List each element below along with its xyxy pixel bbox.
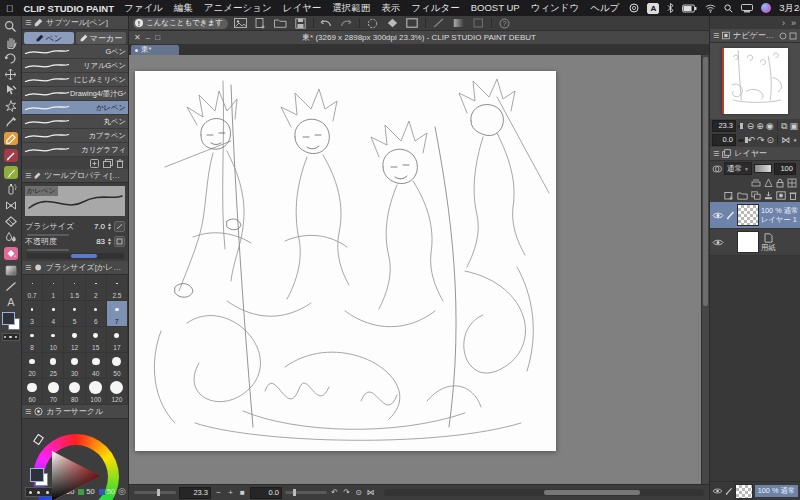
brush-size-cell[interactable]: 6 [86,301,107,327]
rotate-right-icon[interactable]: ↷ [757,135,765,145]
brush-size-cell[interactable]: 70 [43,379,64,405]
snap-icon[interactable] [471,17,486,29]
navigator-thumbnail[interactable] [722,48,788,114]
property-value[interactable]: 83 [96,237,105,246]
zoom-in-button[interactable]: + [226,488,235,497]
menu-app-name[interactable]: CLIP STUDIO PAINT [24,3,114,14]
tool-property-scrollbar[interactable] [26,253,124,259]
new-layer-icon[interactable] [724,191,734,200]
zoom-out-button[interactable]: − [214,488,223,497]
reference-image-icon[interactable] [233,17,248,29]
add-subtool-icon[interactable] [90,159,100,168]
brush-size-cell[interactable]: 10 [43,327,64,353]
hand-tool[interactable] [1,34,21,50]
layer-visibility-icon[interactable] [712,487,723,495]
blend-mode-select[interactable]: 通常▼ [724,162,752,175]
layer-mask-icon[interactable] [776,191,786,200]
panel-menu-icon[interactable]: ☰ [713,150,719,158]
navigator-option-icon[interactable] [789,32,797,40]
collapse-dock-icon[interactable]: › [782,18,785,28]
zoom-fit-icon[interactable]: ◉ [766,121,774,131]
subtool-tab-pen[interactable]: ペン [24,32,74,44]
subtool-brush-row[interactable]: リアルGペン [22,59,128,73]
gradient-tool[interactable] [1,262,21,278]
brush-size-cell[interactable]: 40 [86,353,107,379]
bluetooth-icon[interactable] [667,3,674,13]
layer-panel-header[interactable]: ☰ レイヤー [710,147,800,161]
brush-size-cell[interactable]: 25 [43,353,64,379]
pen-tool[interactable] [1,130,21,147]
color-set-toggle-icon[interactable]: ◎ [118,486,126,496]
new-file-icon[interactable] [253,17,268,29]
airbrush-tool[interactable] [1,181,21,197]
figure-tool[interactable] [1,278,21,294]
brush-size-cell[interactable]: 100 [86,379,107,405]
menu-item[interactable]: レイヤー [283,2,322,15]
rotation-slider[interactable] [285,491,327,494]
layer-opacity-value[interactable]: 100 [774,163,796,175]
siri-icon[interactable] [761,3,771,13]
gradient-command-icon[interactable] [451,17,466,29]
menu-item[interactable]: ヘルプ [590,2,619,15]
layer-name[interactable]: レイヤー 1 [761,215,798,224]
property-value[interactable]: 7.0 [94,222,105,231]
panel-menu-icon[interactable]: ☰ [713,32,719,40]
dynamics-button[interactable] [114,236,125,247]
subtool-brush-row[interactable]: カリグラフィ [22,143,128,157]
navigator-panel-header[interactable]: ☰ ナビゲーター [710,29,800,43]
fill-tool[interactable] [1,245,21,262]
navigator-zoom-slider[interactable] [738,125,744,128]
rotate-right-icon[interactable]: ↷ [342,488,351,497]
brush-size-cell[interactable]: 8 [22,327,43,353]
merge-down-icon[interactable] [764,191,773,200]
fit-to-screen-icon[interactable]: ⧉ [781,121,787,132]
navigator-rotation-value[interactable]: 0.0 [712,134,736,146]
subtool-brush-row[interactable]: カブラペン [22,129,128,143]
navigator-zoom-value[interactable]: 23.3 [712,120,736,132]
brush-size-cell[interactable]: 12 [64,327,85,353]
layer-visibility-icon[interactable] [712,238,724,247]
subtool-panel-header[interactable]: ☰ サブツール[ペン] [22,16,128,30]
dynamics-button[interactable] [114,221,125,232]
foreground-color-swatch[interactable] [2,312,15,325]
new-folder-icon[interactable] [737,191,748,200]
brush-size-cell[interactable]: 60 [22,379,43,405]
menu-bar-clock[interactable]: 3月24日(水) 16:08 [779,2,800,15]
save-icon[interactable] [293,17,308,29]
canvas-area[interactable] [129,55,709,484]
menu-item[interactable]: ファイル [124,2,163,15]
canvas-page[interactable] [135,71,556,451]
subview-icon[interactable] [779,32,787,40]
brush-size-cell[interactable]: 7 [107,301,128,327]
value-stepper[interactable]: ▲▼ [107,238,112,244]
subtool-brush-row[interactable]: Drawing4/墨汁Gペン [22,87,128,101]
auto-select-tool[interactable] [1,98,21,114]
main-color-swatches[interactable] [2,312,20,330]
rotation-value[interactable]: 0.0 [250,487,282,499]
operation-tool[interactable] [1,82,21,98]
saturation-value-triangle[interactable] [44,445,106,500]
menu-item[interactable]: 選択範囲 [332,2,370,15]
reference-layer-icon[interactable] [764,178,773,188]
menu-item[interactable]: アニメーション [204,2,272,15]
menu-item[interactable]: ウィンドウ [531,2,580,15]
eraser-tool[interactable] [1,213,21,229]
fill-shape-icon[interactable] [385,17,400,29]
brush-size-panel-header[interactable]: ☰ ブラシサイズ[かレペン] [22,261,128,275]
brush-size-cell[interactable]: 2 [86,275,107,301]
scrollbar-thumb[interactable] [71,254,96,258]
paper-thumbnail[interactable] [737,231,759,253]
pencil-tool[interactable] [1,147,21,164]
zoom-value[interactable]: 23.3 [179,487,211,499]
help-icon[interactable]: ? [497,17,512,29]
spiral-status-icon[interactable] [629,3,639,13]
layer-visibility-icon[interactable] [712,211,724,220]
brush-size-cell[interactable]: 5 [64,301,85,327]
wifi-icon[interactable] [705,4,716,13]
brush-size-cell[interactable]: 1.5 [64,275,85,301]
layer-row-paper[interactable]: 用紙 [710,229,800,256]
line-icon[interactable] [431,17,446,29]
brush-size-cell[interactable]: 15 [86,327,107,353]
redo-icon[interactable] [339,17,354,29]
brush-size-cell[interactable]: 120 [107,379,128,405]
